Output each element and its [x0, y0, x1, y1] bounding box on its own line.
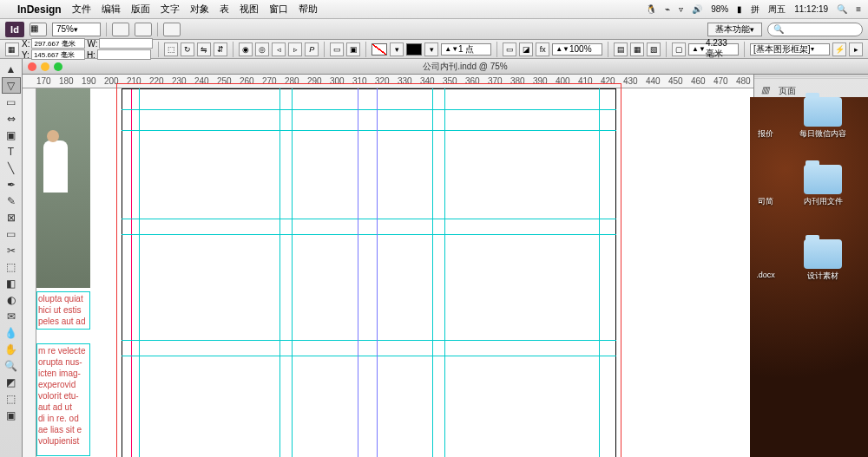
spotlight-icon[interactable]: 🔍 — [837, 4, 847, 14]
screen-mode[interactable] — [135, 23, 152, 36]
stroke-swatch[interactable] — [406, 43, 422, 55]
menu-table[interactable]: 表 — [220, 3, 229, 16]
h-field[interactable] — [97, 49, 151, 60]
guide-h[interactable] — [122, 234, 616, 235]
control-panel: ▦ X:297.667 毫米 W: Y:145.667 毫米 H: ⬚ ↻ ⇋ … — [0, 40, 868, 59]
folder-label[interactable]: 报价 — [740, 128, 792, 140]
work-area: 1701801902002102202302402502602702802903… — [0, 75, 868, 457]
text-wrap-none-icon[interactable]: ▤ — [614, 42, 628, 56]
guide-v[interactable] — [139, 88, 140, 457]
text-frame-1[interactable]: olupta quiat hici ut estis peles aut ad — [36, 291, 90, 330]
text-frame-2[interactable]: m re velecte orupta nus- icten imag- exp… — [36, 343, 90, 456]
object-style-field[interactable]: [基本图形框架] ▾ — [750, 43, 830, 55]
guide-v[interactable] — [279, 88, 280, 457]
qq-icon[interactable]: 🐧 — [646, 4, 656, 14]
placed-image[interactable] — [36, 88, 90, 288]
folder-label[interactable]: 司简 — [740, 196, 792, 207]
close-window[interactable] — [28, 62, 36, 71]
folder-label: 每日微信内容 — [797, 128, 849, 140]
fx-icon[interactable]: fx — [536, 42, 549, 56]
file-label[interactable]: .docx — [740, 271, 792, 279]
zoom-level[interactable]: 75% ▾ — [52, 23, 101, 36]
reference-point[interactable]: ▦ — [5, 42, 19, 56]
prev-object-icon[interactable]: ◃ — [272, 42, 286, 56]
menu-view[interactable]: 视图 — [240, 3, 259, 16]
stroke-weight-field[interactable]: ▲▼ 1 点 — [441, 43, 491, 55]
app-name[interactable]: InDesign — [17, 3, 62, 16]
clock[interactable]: 11:12:19 — [794, 4, 828, 14]
battery-icon[interactable]: ▮ — [737, 4, 742, 14]
guide-h[interactable] — [122, 130, 616, 131]
guide-v[interactable] — [444, 88, 445, 457]
container-mode-icon[interactable]: ▭ — [330, 42, 344, 56]
document-area: 1701801902002102202302402502602702802903… — [23, 75, 753, 457]
opacity-field[interactable]: ▲▼ 100% — [552, 43, 602, 55]
arrange-docs[interactable] — [163, 23, 181, 36]
column-guide[interactable] — [358, 88, 358, 457]
bridge-button[interactable]: ▦ — [30, 23, 47, 36]
desktop-folder[interactable] — [804, 165, 842, 194]
menu-edit[interactable]: 编辑 — [102, 3, 121, 16]
flip-v-icon[interactable]: ⇵ — [214, 42, 227, 56]
fill-drop-icon[interactable]: ▾ — [390, 42, 404, 56]
fill-swatch[interactable] — [372, 43, 387, 55]
constrain-icon[interactable]: ⬚ — [164, 42, 178, 56]
corner-options-icon[interactable]: ▢ — [672, 42, 686, 56]
menu-file[interactable]: 文件 — [72, 3, 91, 16]
notification-icon[interactable]: ≡ — [856, 4, 861, 14]
menu-type[interactable]: 文字 — [161, 3, 180, 16]
help-search[interactable]: 🔍 — [767, 23, 863, 36]
desktop-folder[interactable] — [804, 97, 842, 127]
day-label: 周五 — [768, 3, 786, 16]
ime-indicator[interactable]: 拼 — [751, 3, 760, 16]
guide-h[interactable] — [122, 356, 616, 356]
workspace-switcher[interactable]: 基本功能 ▾ — [707, 23, 762, 36]
drop-shadow-icon[interactable]: ◪ — [519, 42, 533, 56]
app-icon: Id — [5, 22, 24, 37]
corner-size-field[interactable]: ▲▼ 4.233 毫米 — [688, 43, 739, 55]
menu-layout[interactable]: 版面 — [131, 3, 150, 16]
battery-percent[interactable]: 98% — [711, 4, 728, 14]
volume-icon[interactable]: 🔊 — [692, 4, 702, 14]
pages-icon: ▥ — [761, 85, 773, 97]
x-field[interactable]: 297.667 毫米 — [31, 38, 85, 49]
guide-h[interactable] — [122, 340, 616, 341]
menu-window[interactable]: 窗口 — [269, 3, 288, 16]
flip-h-icon[interactable]: ⇋ — [197, 42, 211, 56]
w-field[interactable] — [99, 38, 153, 49]
column-guide[interactable] — [377, 88, 378, 457]
zoom-window[interactable] — [54, 62, 62, 71]
text-wrap-shape-icon[interactable]: ▧ — [647, 42, 661, 56]
stroke-drop-icon[interactable]: ▾ — [424, 42, 438, 56]
content-mode-icon[interactable]: ▣ — [346, 42, 360, 56]
panel-menu-icon[interactable]: ▸ — [849, 42, 863, 56]
status-area: 🐧 ⌁ ▿ 🔊 98% ▮ 拼 周五 11:12:19 🔍 ≡ — [646, 3, 861, 16]
select-container-icon[interactable]: ◉ — [239, 42, 253, 56]
page-spread[interactable] — [122, 88, 616, 457]
p-icon[interactable]: P — [305, 42, 319, 56]
bluetooth-icon[interactable]: ⌁ — [665, 4, 670, 14]
document-title: 公司内刊.indd @ 75% — [423, 61, 507, 73]
text-wrap-bbox-icon[interactable]: ▦ — [630, 42, 644, 56]
document-window-bar: 公司内刊.indd @ 75% — [23, 59, 868, 75]
guide-h[interactable] — [122, 109, 616, 110]
menu-object[interactable]: 对象 — [190, 3, 209, 16]
quick-apply-icon[interactable]: ⚡ — [832, 42, 846, 56]
guide-v[interactable] — [292, 88, 293, 457]
app-frame-bar: Id ▦ 75% ▾ 基本功能 ▾ 🔍 — [0, 19, 868, 40]
guide-h[interactable] — [122, 219, 616, 219]
guide-v[interactable] — [432, 88, 433, 457]
menu-help[interactable]: 帮助 — [299, 3, 318, 16]
view-options[interactable] — [112, 23, 129, 36]
canvas[interactable]: olupta quiat hici ut estis peles aut ad … — [36, 88, 753, 457]
vertical-ruler[interactable] — [23, 88, 36, 457]
guide-v[interactable] — [599, 88, 600, 457]
select-content-icon[interactable]: ◎ — [255, 42, 269, 56]
wifi-icon[interactable]: ▿ — [679, 4, 683, 14]
minimize-window[interactable] — [41, 62, 49, 71]
effects-icon[interactable]: ▭ — [503, 42, 516, 56]
next-object-icon[interactable]: ▹ — [288, 42, 302, 56]
rotate-icon[interactable]: ↻ — [181, 42, 194, 56]
y-field[interactable]: 145.667 毫米 — [31, 49, 85, 60]
desktop-folder[interactable] — [804, 239, 842, 269]
